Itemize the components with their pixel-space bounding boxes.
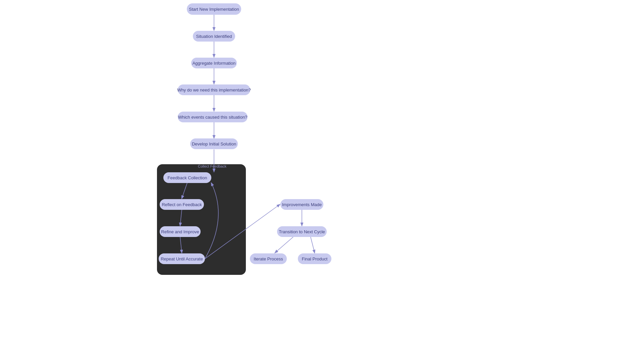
svg-line-7 [180,210,182,226]
arrows-svg [0,0,644,362]
svg-line-11 [275,237,293,253]
node-improvements[interactable]: Improvements Made [280,199,323,210]
node-why[interactable]: Why do we need this implementation? [178,84,250,95]
node-reflect[interactable]: Reflect on Feedback [160,199,204,210]
node-situation[interactable]: Situation Identified [193,31,235,42]
node-transition[interactable]: Transition to Next Cycle [277,226,327,237]
node-which[interactable]: Which events caused this situation? [178,112,248,122]
svg-line-12 [311,237,315,253]
node-feedback[interactable]: Feedback Collection [163,172,211,183]
node-iterate[interactable]: Iterate Process [250,253,287,264]
node-refine[interactable]: Refine and Improve [160,226,201,237]
collect-feedback-label: Collect Feedback [198,164,226,168]
node-repeat[interactable]: Repeat Until Accurate [159,253,205,264]
node-aggregate[interactable]: Aggregate Information [191,58,237,68]
node-final[interactable]: Final Product [298,253,331,264]
flowchart-container: Start New Implementation Situation Ident… [0,0,644,362]
node-develop[interactable]: Develop Initial Solution [190,138,238,149]
svg-line-8 [180,237,182,253]
svg-line-6 [182,183,187,198]
node-start[interactable]: Start New Implementation [187,3,241,15]
